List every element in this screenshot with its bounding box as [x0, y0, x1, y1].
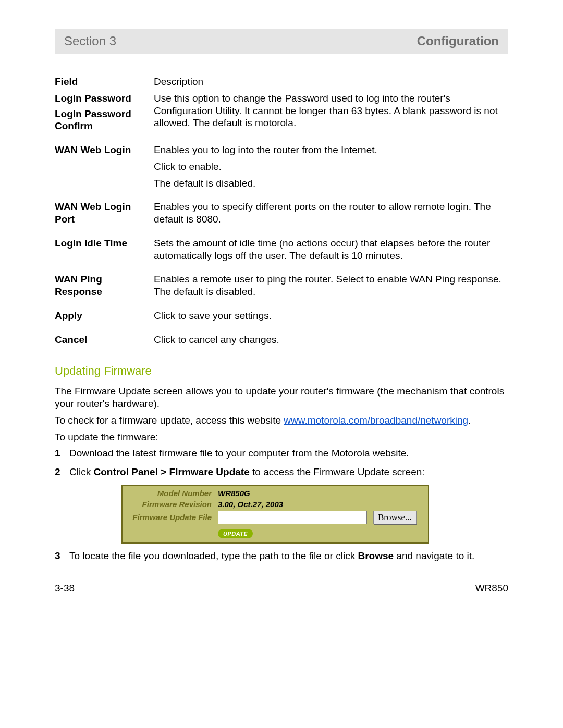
firmware-file-input[interactable]	[218, 511, 367, 524]
footer-rule	[55, 578, 508, 578]
firmware-revision-label: Firmware Revision	[128, 499, 215, 510]
para2-post: .	[468, 415, 471, 426]
update-button[interactable]: UPDATE	[218, 529, 253, 538]
document-model: WR850	[475, 583, 508, 594]
field-login-password-confirm: Login Password Confirm	[55, 105, 154, 133]
firmware-paragraph-1: The Firmware Update screen allows you to…	[55, 385, 508, 410]
field-wan-web-login-port: WAN Web Login Port	[55, 201, 154, 226]
model-number-value: WR850G	[215, 488, 370, 499]
updating-firmware-heading: Updating Firmware	[55, 364, 508, 378]
section-label: Section 3	[64, 34, 116, 48]
desc-wan-web-login-l2: Click to enable.	[154, 161, 508, 173]
step-number: 1	[55, 447, 69, 460]
section-title: Configuration	[417, 34, 499, 48]
step-text: Click Control Panel > Firmware Update to…	[69, 466, 508, 478]
desc-wan-ping-response: Enables a remote user to ping the router…	[154, 273, 508, 298]
column-header-field: Field	[55, 76, 154, 88]
field-apply: Apply	[55, 310, 154, 322]
page-number: 3-38	[55, 583, 75, 594]
steps-list-cont: 3 To locate the file you downloaded, typ…	[55, 550, 508, 562]
desc-wan-web-login-port: Enables you to specify different ports o…	[154, 201, 508, 226]
para2-pre: To check for a firmware update, access t…	[55, 415, 284, 426]
field-login-password: Login Password	[55, 92, 154, 105]
field-cancel: Cancel	[55, 334, 154, 346]
browse-button[interactable]: Browse...	[373, 511, 417, 524]
firmware-paragraph-2: To check for a firmware update, access t…	[55, 414, 508, 427]
step-text: Download the latest firmware file to you…	[69, 447, 508, 460]
steps-list: 1 Download the latest firmware file to y…	[55, 447, 508, 478]
firmware-revision-value: 3.00, Oct.27, 2003	[215, 499, 370, 510]
document-page: Section 3 Configuration Field Descriptio…	[0, 0, 563, 615]
desc-login-password: Use this option to change the Password u…	[154, 92, 508, 132]
motorola-link[interactable]: www.motorola.com/broadband/networking	[284, 415, 468, 426]
firmware-file-label: Firmware Update File	[128, 510, 215, 525]
step-1: 1 Download the latest firmware file to y…	[55, 447, 508, 460]
field-wan-ping-response: WAN Ping Response	[55, 273, 154, 298]
desc-wan-web-login-l1: Enables you to log into the router from …	[154, 144, 508, 156]
desc-wan-web-login-l3: The default is disabled.	[154, 177, 508, 190]
step-number: 3	[55, 550, 69, 562]
step-2: 2 Click Control Panel > Firmware Update …	[55, 466, 508, 478]
column-header-description: Description	[154, 76, 508, 88]
page-footer: 3-38 WR850	[55, 583, 508, 594]
step-text: To locate the file you downloaded, type …	[69, 550, 508, 562]
desc-cancel: Click to cancel any changes.	[154, 334, 508, 346]
desc-apply: Click to save your settings.	[154, 310, 508, 322]
step-3: 3 To locate the file you downloaded, typ…	[55, 550, 508, 562]
desc-login-idle-time: Sets the amount of idle time (no actions…	[154, 237, 508, 262]
model-number-label: Model Number	[128, 488, 215, 499]
field-description-table: Field Description Login Password Use thi…	[55, 76, 508, 346]
firmware-update-panel: Model Number WR850G Firmware Revision 3.…	[121, 485, 429, 544]
section-header-band: Section 3 Configuration	[55, 29, 508, 54]
step-number: 2	[55, 466, 69, 478]
field-wan-web-login: WAN Web Login	[55, 144, 154, 156]
field-login-idle-time: Login Idle Time	[55, 237, 154, 262]
firmware-paragraph-3: To update the firmware:	[55, 431, 508, 443]
